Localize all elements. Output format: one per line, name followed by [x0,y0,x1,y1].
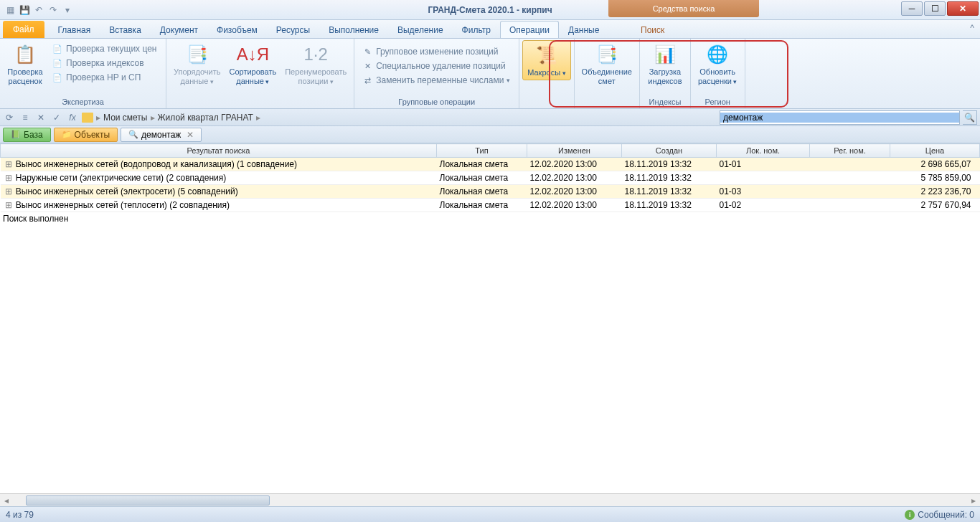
tab-file[interactable]: Файл [3,21,44,38]
doc-icon: 📄 [52,72,63,83]
renumber-button[interactable]: 1·2 Перенумеровать позиции [281,40,351,88]
window-controls: ─ ☐ ✕ [900,1,979,16]
table-row[interactable]: ⊞ Вынос инженерных сетей (электросети) (… [1,185,980,199]
table-row[interactable]: ⊞ Наружные сети (электрические сети) (2 … [1,171,980,185]
accept-icon[interactable]: ✓ [50,111,63,124]
breadcrumb-item[interactable]: Жилой квартал ГРАНАТ [158,113,253,123]
col-price[interactable]: Цена [890,144,980,158]
breadcrumb-item[interactable]: Мои сметы [103,113,148,123]
check-current-prices-button[interactable]: 📄Проверка текущих цен [47,42,161,56]
tab-filter[interactable]: Фильтр [453,21,500,38]
breadcrumb-separator: ▸ [96,113,100,123]
col-loc[interactable]: Лок. ном. [717,144,810,158]
tab-operations[interactable]: Операции [500,21,559,38]
ribbon-group-merge: 📑 Объединение смет [575,39,640,108]
qat-undo-icon[interactable]: ↶ [33,4,44,16]
ribbon: 📋 Проверка расценок 📄Проверка текущих це… [0,39,980,109]
index-icon: 📊 [654,43,677,66]
tab-execution[interactable]: Выполнение [319,21,388,38]
load-indexes-button[interactable]: 📊 Загрузка индексов [643,40,687,87]
col-reg[interactable]: Рег. ном. [810,144,890,158]
sort-data-button[interactable]: А↓Я Сортировать данные [225,40,281,88]
order-icon: 📑 [186,43,209,66]
delete-icon: ✕ [362,60,373,72]
close-button[interactable]: ✕ [947,1,979,16]
close-tab-icon[interactable]: ✕ [187,130,194,140]
contextual-tab-group: Средства поиска [608,0,759,17]
merge-estimates-button[interactable]: 📑 Объединение смет [578,40,636,87]
view-tab-search[interactable]: 🔍 демонтаж ✕ [121,128,202,142]
app-icon: ▦ [4,4,16,16]
edit-icon: ✎ [362,46,373,57]
col-modified[interactable]: Изменен [527,144,622,158]
tab-document[interactable]: Документ [151,21,207,38]
cancel-icon[interactable]: ✕ [34,111,47,124]
col-result[interactable]: Результат поиска [1,144,437,158]
qat-redo-icon[interactable]: ↷ [47,4,59,16]
breadcrumb[interactable]: ▸ Мои сметы ▸ Жилой квартал ГРАНАТ ▸ [82,113,717,123]
maximize-button[interactable]: ☐ [924,1,946,16]
table-row[interactable]: ⊞ Вынос инженерных сетей (водопровод и к… [1,158,980,171]
folder-icon [82,113,93,123]
fx-icon[interactable]: fx [66,111,79,124]
check-nr-sp-button[interactable]: 📄Проверка НР и СП [47,70,161,85]
expand-icon[interactable]: ⊞ [4,186,14,196]
tab-data[interactable]: Данные [559,21,608,38]
tab-selection[interactable]: Выделение [388,21,453,38]
view-tab-objects[interactable]: 📁 Объекты [54,128,118,142]
formula-bar-row: ⟳ ≡ ✕ ✓ fx ▸ Мои сметы ▸ Жилой квартал Г… [0,109,980,126]
qat-dropdown-icon[interactable]: ▾ [62,4,73,16]
scroll-thumb[interactable] [26,495,270,506]
tab-physvolume[interactable]: Физобъем [207,21,267,38]
ribbon-group-macros: 📜 Макросы [519,39,574,108]
macros-button[interactable]: 📜 Макросы [522,40,570,80]
scroll-left-icon[interactable]: ◂ [0,494,13,507]
check-indexes-button[interactable]: 📄Проверка индексов [47,56,161,70]
col-created[interactable]: Создан [622,144,717,158]
view-tab-base[interactable]: 📗 База [3,128,51,142]
replace-icon: ⇄ [362,75,373,86]
results-table-container: Результат поиска Тип Изменен Создан Лок.… [0,143,980,493]
table-row[interactable]: ⊞ Вынос инженерных сетей (теплосети) (2 … [1,199,980,212]
quick-access-toolbar: ▦ 💾 ↶ ↷ ▾ [0,4,73,16]
ribbon-tabs: Файл Главная Вставка Документ Физобъем Р… [0,20,980,39]
ribbon-collapse-icon[interactable]: ^ [970,23,974,33]
info-icon: i [905,510,915,520]
titlebar: ▦ 💾 ↶ ↷ ▾ ГРАНД-Смета 2020.1 - кирпич Ср… [0,0,980,20]
order-data-button[interactable]: 📑 Упорядочить данные [169,40,225,88]
ribbon-group-indexes: 📊 Загрузка индексов Индексы [640,39,691,108]
list-icon[interactable]: ≡ [19,111,32,124]
col-type[interactable]: Тип [437,144,527,158]
tab-resources[interactable]: Ресурсы [267,21,319,38]
ribbon-group-region: 🌐 Обновить расценки Регион [691,39,745,108]
tab-search[interactable]: Поиск [631,21,674,38]
scroll-right-icon[interactable]: ▸ [967,494,980,507]
status-messages[interactable]: i Сообщений: 0 [905,510,974,520]
expand-icon[interactable]: ⊞ [4,159,14,169]
update-prices-button[interactable]: 🌐 Обновить расценки [694,40,742,88]
tab-insert[interactable]: Вставка [100,21,151,38]
expand-icon[interactable]: ⊞ [4,173,14,183]
status-count: 4 из 79 [6,510,34,520]
horizontal-scrollbar[interactable]: ◂ ▸ [0,493,980,506]
search-box [720,110,960,125]
group-change-positions-button[interactable]: ✎Групповое изменение позиций [357,44,514,59]
ribbon-group-expertise: 📋 Проверка расценок 📄Проверка текущих це… [0,39,166,108]
statusbar: 4 из 79 i Сообщений: 0 [0,506,980,522]
renumber-icon: 1·2 [304,43,327,66]
expand-icon[interactable]: ⊞ [4,200,14,210]
replace-vars-button[interactable]: ⇄Заменить переменные числами [357,73,514,87]
search-button[interactable]: 🔍 [963,110,977,125]
results-table: Результат поиска Тип Изменен Создан Лок.… [0,143,980,212]
ribbon-group-order: 📑 Упорядочить данные А↓Я Сортировать дан… [166,39,354,108]
doc-icon: 📄 [52,57,63,69]
check-prices-button[interactable]: 📋 Проверка расценок [3,40,47,87]
history-icon[interactable]: ⟳ [3,111,16,124]
special-delete-button[interactable]: ✕Специальное удаление позиций [357,59,514,73]
ribbon-group-group-ops: ✎Групповое изменение позиций ✕Специально… [354,39,519,108]
breadcrumb-separator: ▸ [151,113,155,123]
minimize-button[interactable]: ─ [901,1,923,16]
search-input[interactable] [720,113,959,123]
qat-save-icon[interactable]: 💾 [19,4,30,16]
tab-home[interactable]: Главная [49,21,100,38]
